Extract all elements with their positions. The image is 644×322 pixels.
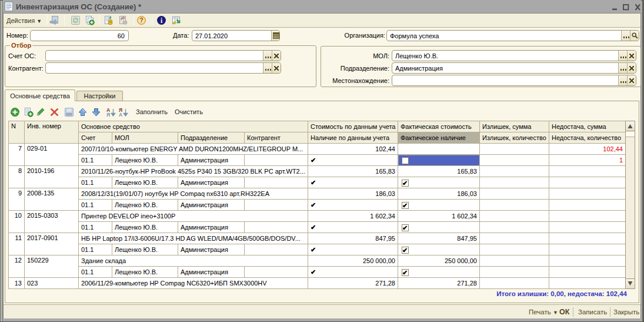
svg-text:ЕОК: ЕОК: [66, 112, 72, 116]
svg-text:А: А: [119, 112, 122, 117]
svg-text:?: ?: [139, 16, 143, 24]
svg-text:Я: Я: [106, 112, 110, 117]
